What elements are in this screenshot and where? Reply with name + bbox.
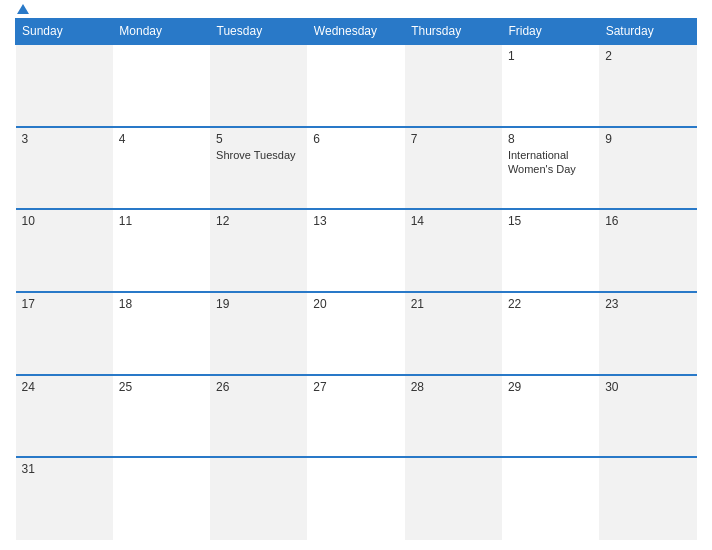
calendar-header: SundayMondayTuesdayWednesdayThursdayFrid… [16, 19, 697, 45]
day-number: 10 [22, 214, 107, 228]
calendar-cell: 3 [16, 127, 113, 210]
calendar-week-row: 31 [16, 457, 697, 540]
day-number: 8 [508, 132, 593, 146]
calendar-cell [502, 457, 599, 540]
calendar-cell: 8International Women's Day [502, 127, 599, 210]
calendar-cell [210, 457, 307, 540]
days-of-week-row: SundayMondayTuesdayWednesdayThursdayFrid… [16, 19, 697, 45]
calendar-cell [307, 44, 404, 127]
calendar-cell: 16 [599, 209, 696, 292]
day-number: 19 [216, 297, 301, 311]
calendar-cell: 21 [405, 292, 502, 375]
day-header-thursday: Thursday [405, 19, 502, 45]
day-header-saturday: Saturday [599, 19, 696, 45]
calendar-body: 12345Shrove Tuesday678International Wome… [16, 44, 697, 540]
calendar-cell: 19 [210, 292, 307, 375]
day-number: 31 [22, 462, 107, 476]
calendar-cell: 11 [113, 209, 210, 292]
calendar-cell: 25 [113, 375, 210, 458]
day-number: 25 [119, 380, 204, 394]
calendar-cell: 13 [307, 209, 404, 292]
calendar-cell: 23 [599, 292, 696, 375]
calendar-week-row: 10111213141516 [16, 209, 697, 292]
calendar-cell: 15 [502, 209, 599, 292]
calendar-cell [113, 44, 210, 127]
day-number: 5 [216, 132, 301, 146]
day-number: 18 [119, 297, 204, 311]
calendar-cell [210, 44, 307, 127]
day-number: 27 [313, 380, 398, 394]
day-number: 11 [119, 214, 204, 228]
calendar-cell: 17 [16, 292, 113, 375]
day-number: 29 [508, 380, 593, 394]
calendar-cell: 31 [16, 457, 113, 540]
calendar-cell: 26 [210, 375, 307, 458]
day-number: 1 [508, 49, 593, 63]
day-number: 2 [605, 49, 690, 63]
calendar-cell: 20 [307, 292, 404, 375]
calendar-cell [113, 457, 210, 540]
calendar-week-row: 24252627282930 [16, 375, 697, 458]
calendar-cell: 27 [307, 375, 404, 458]
logo [15, 5, 29, 15]
calendar-cell [16, 44, 113, 127]
day-number: 17 [22, 297, 107, 311]
day-number: 13 [313, 214, 398, 228]
calendar-cell: 30 [599, 375, 696, 458]
day-number: 7 [411, 132, 496, 146]
calendar-cell: 4 [113, 127, 210, 210]
day-number: 21 [411, 297, 496, 311]
calendar-cell: 12 [210, 209, 307, 292]
calendar-cell [307, 457, 404, 540]
calendar-cell: 9 [599, 127, 696, 210]
day-number: 4 [119, 132, 204, 146]
day-number: 12 [216, 214, 301, 228]
day-number: 14 [411, 214, 496, 228]
calendar-week-row: 12 [16, 44, 697, 127]
calendar-cell [405, 44, 502, 127]
day-number: 23 [605, 297, 690, 311]
calendar-cell: 10 [16, 209, 113, 292]
day-header-wednesday: Wednesday [307, 19, 404, 45]
calendar-cell: 2 [599, 44, 696, 127]
day-header-sunday: Sunday [16, 19, 113, 45]
day-number: 24 [22, 380, 107, 394]
day-header-monday: Monday [113, 19, 210, 45]
day-number: 6 [313, 132, 398, 146]
calendar-cell: 6 [307, 127, 404, 210]
calendar-table: SundayMondayTuesdayWednesdayThursdayFrid… [15, 18, 697, 540]
calendar-cell: 28 [405, 375, 502, 458]
day-number: 22 [508, 297, 593, 311]
day-number: 3 [22, 132, 107, 146]
day-header-tuesday: Tuesday [210, 19, 307, 45]
day-number: 30 [605, 380, 690, 394]
day-header-friday: Friday [502, 19, 599, 45]
day-number: 9 [605, 132, 690, 146]
calendar-cell: 14 [405, 209, 502, 292]
day-event: Shrove Tuesday [216, 148, 301, 162]
calendar-cell: 22 [502, 292, 599, 375]
logo-triangle-icon [17, 4, 29, 14]
calendar-cell [405, 457, 502, 540]
calendar-cell: 1 [502, 44, 599, 127]
calendar-cell: 24 [16, 375, 113, 458]
calendar-week-row: 17181920212223 [16, 292, 697, 375]
calendar-cell [599, 457, 696, 540]
day-event: International Women's Day [508, 148, 593, 177]
calendar-cell: 29 [502, 375, 599, 458]
calendar-cell: 18 [113, 292, 210, 375]
day-number: 20 [313, 297, 398, 311]
day-number: 28 [411, 380, 496, 394]
day-number: 15 [508, 214, 593, 228]
day-number: 26 [216, 380, 301, 394]
calendar-cell: 5Shrove Tuesday [210, 127, 307, 210]
day-number: 16 [605, 214, 690, 228]
calendar-cell: 7 [405, 127, 502, 210]
calendar-week-row: 345Shrove Tuesday678International Women'… [16, 127, 697, 210]
